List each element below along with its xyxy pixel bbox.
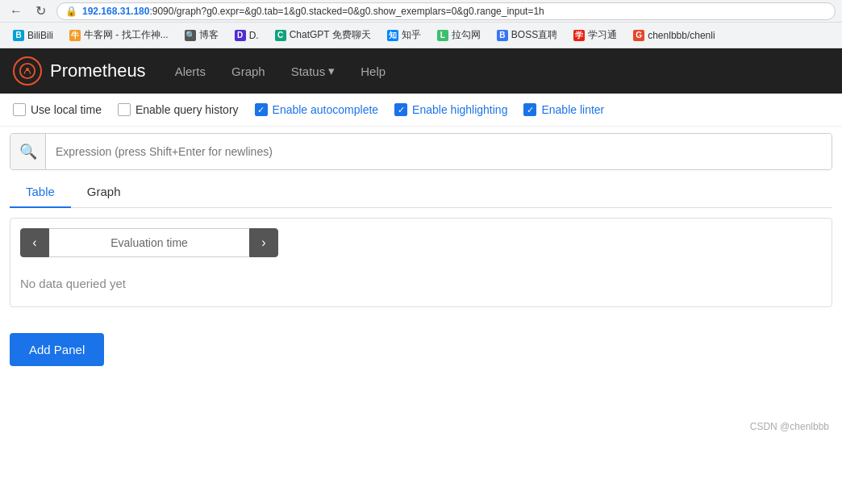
bookmark-zhihu-label: 知乎 [402, 28, 421, 42]
address-host: 192.168.31.180 [82, 6, 149, 17]
tabs-bar: Table Graph [10, 177, 832, 208]
bookmark-chatgpt[interactable]: C ChatGPT 免费聊天 [269, 26, 377, 44]
panel-content: ‹ Evaluation time › No data queried yet [10, 218, 832, 307]
bookmark-dotnet-label: D. [249, 30, 259, 41]
prom-nav-items: Alerts Graph Status ▾ Help [165, 59, 395, 83]
refresh-button[interactable]: ↻ [31, 2, 50, 21]
no-data-message: No data queried yet [20, 270, 822, 297]
enable-query-history-label: Enable query history [135, 103, 239, 116]
search-bar: 🔍 [10, 133, 832, 170]
enable-query-history-checkbox[interactable] [118, 103, 131, 116]
add-panel-button[interactable]: Add Panel [10, 333, 104, 366]
prometheus-logo-icon [13, 56, 42, 85]
enable-autocomplete-label: Enable autocomplete [273, 103, 379, 116]
bookmark-boss[interactable]: B BOSS直聘 [490, 26, 564, 44]
nav-item-help[interactable]: Help [351, 60, 395, 83]
search-icon: 🔍 [19, 143, 37, 160]
option-enable-highlighting[interactable]: Enable highlighting [394, 103, 507, 116]
bookmark-xuexitong[interactable]: 学 学习通 [567, 26, 623, 44]
zhihu-icon: 知 [387, 30, 398, 41]
eval-time-bar: ‹ Evaluation time › [20, 228, 278, 257]
eval-prev-button[interactable]: ‹ [20, 228, 49, 257]
eval-next-button[interactable]: › [249, 228, 278, 257]
address-path: /graph?g0.expr=&g0.tab=1&g0.stacked=0&g0… [173, 6, 544, 17]
option-enable-autocomplete[interactable]: Enable autocomplete [255, 103, 379, 116]
status-dropdown-icon: ▾ [328, 64, 335, 78]
prometheus-title: Prometheus [50, 60, 146, 81]
prometheus-navbar: Prometheus Alerts Graph Status ▾ Help [0, 48, 842, 94]
address-bar[interactable]: 🔒 192.168.31.180:9090/graph?g0.expr=&g0.… [56, 2, 836, 20]
browser-nav-icons: ← ↻ [6, 2, 50, 21]
options-bar: Use local time Enable query history Enab… [0, 94, 842, 127]
option-use-local-time[interactable]: Use local time [13, 103, 102, 116]
bookmark-csdn-label: chenlbbb/chenli [648, 30, 715, 41]
bookmark-boke-label: 博客 [199, 28, 219, 42]
bookmark-xuexitong-label: 学习通 [588, 28, 617, 42]
enable-linter-label: Enable linter [541, 103, 604, 116]
lock-icon: 🔒 [65, 6, 77, 17]
bookmark-bilibili-label: BiliBili [27, 30, 53, 41]
address-port: :9090 [149, 6, 173, 17]
bookmarks-bar: B BiliBili 牛 牛客网 - 找工作神... 🔍 博客 D D. C C… [0, 23, 842, 48]
bookmark-niuke[interactable]: 牛 牛客网 - 找工作神... [63, 26, 175, 44]
footer: CSDN @chenlbbb [0, 414, 842, 439]
back-button[interactable]: ← [6, 2, 26, 21]
enable-highlighting-checkbox[interactable] [394, 103, 407, 116]
browser-toolbar: ← ↻ 🔒 192.168.31.180:9090/graph?g0.expr=… [0, 0, 842, 23]
bookmark-boke[interactable]: 🔍 博客 [178, 26, 225, 44]
bookmark-niuke-label: 牛客网 - 找工作神... [84, 28, 169, 42]
bookmark-lagou[interactable]: L 拉勾网 [431, 26, 487, 44]
use-local-time-label: Use local time [31, 103, 102, 116]
option-enable-linter[interactable]: Enable linter [523, 103, 604, 116]
bookmark-csdn[interactable]: G chenlbbb/chenli [627, 27, 721, 44]
add-panel-area: Add Panel [0, 317, 842, 382]
nav-item-status[interactable]: Status ▾ [281, 59, 345, 83]
footer-credit: CSDN @chenlbbb [750, 421, 829, 432]
tab-table[interactable]: Table [10, 177, 71, 208]
nav-item-graph[interactable]: Graph [222, 60, 275, 83]
nav-item-alerts[interactable]: Alerts [165, 60, 215, 83]
niuke-icon: 牛 [69, 30, 81, 41]
enable-linter-checkbox[interactable] [523, 103, 536, 116]
boss-icon: B [497, 30, 508, 41]
bookmark-dotnet[interactable]: D D. [228, 27, 265, 44]
enable-highlighting-label: Enable highlighting [412, 103, 507, 116]
bookmark-zhihu[interactable]: 知 知乎 [381, 26, 427, 44]
bookmark-chatgpt-label: ChatGPT 免费聊天 [290, 28, 371, 42]
enable-autocomplete-checkbox[interactable] [255, 103, 268, 116]
bookmark-bilibili[interactable]: B BiliBili [6, 27, 60, 44]
search-button[interactable]: 🔍 [10, 134, 46, 169]
option-enable-query-history[interactable]: Enable query history [118, 103, 239, 116]
svg-rect-1 [26, 68, 29, 71]
eval-time-label: Evaluation time [49, 228, 249, 257]
address-text: 192.168.31.180:9090/graph?g0.expr=&g0.ta… [82, 6, 544, 17]
csdn-icon: G [633, 30, 644, 41]
bookmark-lagou-label: 拉勾网 [452, 28, 481, 42]
xuexitong-icon: 学 [573, 30, 585, 41]
bookmark-boss-label: BOSS直聘 [511, 28, 557, 42]
boke-icon: 🔍 [185, 30, 196, 41]
dotnet-icon: D [235, 30, 246, 41]
prometheus-logo: Prometheus [13, 56, 146, 85]
tab-graph[interactable]: Graph [71, 177, 137, 208]
expression-input[interactable] [46, 134, 832, 169]
chatgpt-icon: C [275, 30, 286, 41]
bilibili-icon: B [13, 30, 24, 41]
lagou-icon: L [437, 30, 448, 41]
use-local-time-checkbox[interactable] [13, 103, 26, 116]
